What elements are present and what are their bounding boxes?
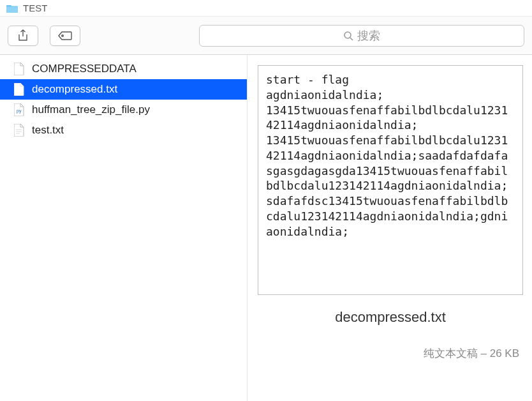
share-icon (18, 29, 28, 42)
content-area: COMPRESSEDDATA decompressed.txt py huffm… (0, 55, 532, 401)
document-icon (13, 123, 26, 137)
share-button[interactable] (8, 26, 38, 46)
file-name: decompressed.txt (32, 83, 117, 96)
file-row[interactable]: COMPRESSEDDATA (0, 59, 247, 79)
preview-pane: start - flag agdniaonidalndia; 13415twuo… (248, 55, 532, 401)
python-file-icon: py (13, 103, 26, 117)
svg-text:py: py (17, 109, 22, 114)
document-icon (13, 82, 26, 96)
svg-line-2 (350, 38, 353, 40)
folder-icon (6, 4, 18, 13)
toolbar: 搜索 (0, 17, 532, 55)
file-name: huffman_tree_zip_file.py (32, 103, 150, 116)
document-icon (13, 62, 26, 76)
svg-point-1 (344, 32, 351, 38)
preview-filename: decompressed.txt (258, 309, 523, 326)
file-name: COMPRESSEDDATA (32, 63, 137, 75)
file-row[interactable]: decompressed.txt (0, 79, 247, 100)
preview-content: start - flag agdniaonidalndia; 13415twuo… (258, 65, 523, 295)
file-row[interactable]: test.txt (0, 120, 247, 140)
file-name: test.txt (32, 124, 64, 137)
search-input[interactable]: 搜索 (199, 25, 524, 47)
tag-icon (58, 31, 72, 41)
window-title: TEST (23, 3, 47, 13)
file-list[interactable]: COMPRESSEDDATA decompressed.txt py huffm… (0, 55, 248, 401)
preview-meta: 纯文本文稿 – 26 KB (258, 346, 523, 361)
title-bar: TEST (0, 0, 532, 17)
search-icon (343, 31, 353, 41)
search-placeholder: 搜索 (357, 28, 380, 43)
svg-point-0 (62, 34, 64, 36)
file-row[interactable]: py huffman_tree_zip_file.py (0, 100, 247, 120)
tag-button[interactable] (50, 26, 80, 46)
